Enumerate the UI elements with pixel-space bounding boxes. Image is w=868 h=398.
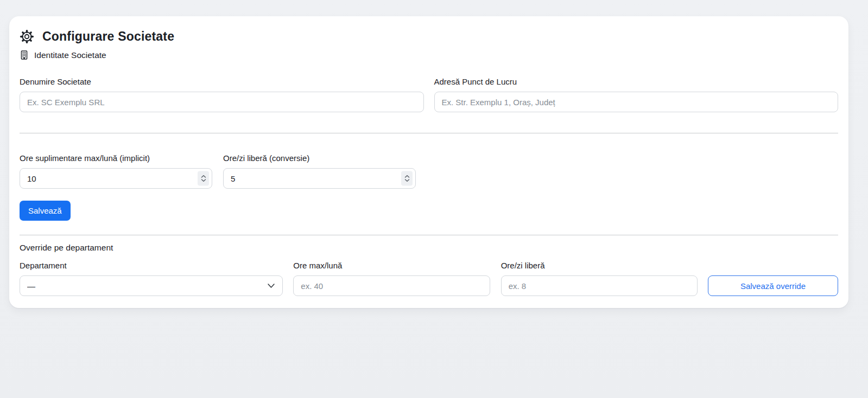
max-overtime-label: Ore suplimentare max/lună (implicit)	[20, 153, 212, 164]
section-subtitle: Identitate Societate	[34, 50, 106, 60]
max-overtime-input[interactable]	[20, 168, 212, 189]
override-max-hours-input[interactable]	[293, 275, 490, 296]
page-background: Configurare Societate Identitate Societa…	[0, 0, 868, 398]
override-save-field: Salvează override	[708, 275, 838, 296]
save-button[interactable]: Salvează	[20, 201, 71, 221]
address-label: Adresă Punct de Lucru	[434, 76, 839, 87]
override-free-day-field: Ore/zi liberă	[501, 260, 698, 296]
override-row: Departament — Ore max/lună Ore/zi liberă	[20, 260, 838, 296]
address-input[interactable]	[434, 92, 839, 112]
address-field: Adresă Punct de Lucru	[434, 76, 839, 112]
company-name-field: Denumire Societate	[20, 76, 424, 112]
department-select[interactable]: —	[20, 275, 283, 296]
override-free-day-input[interactable]	[501, 275, 698, 296]
section-divider	[20, 235, 838, 235]
free-day-hours-label: Ore/zi liberă (conversie)	[223, 153, 416, 164]
override-max-hours-field: Ore max/lună	[293, 260, 490, 296]
section-divider	[20, 133, 838, 133]
department-label: Departament	[20, 260, 283, 271]
override-section-title: Override pe departament	[20, 242, 838, 253]
free-day-hours-field: Ore/zi liberă (conversie)	[223, 153, 416, 189]
override-max-hours-label: Ore max/lună	[293, 260, 490, 271]
card-header: Configurare Societate	[20, 28, 838, 44]
page-title: Configurare Societate	[42, 29, 174, 44]
save-override-button[interactable]: Salvează override	[708, 275, 838, 296]
identity-row: Denumire Societate Adresă Punct de Lucru	[20, 76, 838, 112]
override-free-day-label: Ore/zi liberă	[501, 260, 698, 271]
overtime-row: Ore suplimentare max/lună (implicit) Ore…	[20, 153, 838, 189]
department-field: Departament —	[20, 260, 283, 296]
config-card: Configurare Societate Identitate Societa…	[9, 16, 848, 308]
free-day-hours-input[interactable]	[223, 168, 416, 189]
gear-icon	[20, 29, 34, 44]
company-name-label: Denumire Societate	[20, 76, 424, 87]
building-icon	[20, 50, 29, 60]
max-overtime-field: Ore suplimentare max/lună (implicit)	[20, 153, 212, 189]
card-subheader: Identitate Societate	[20, 49, 838, 61]
number-spinner[interactable]	[401, 171, 413, 186]
number-spinner[interactable]	[198, 171, 209, 186]
company-name-input[interactable]	[20, 92, 424, 112]
